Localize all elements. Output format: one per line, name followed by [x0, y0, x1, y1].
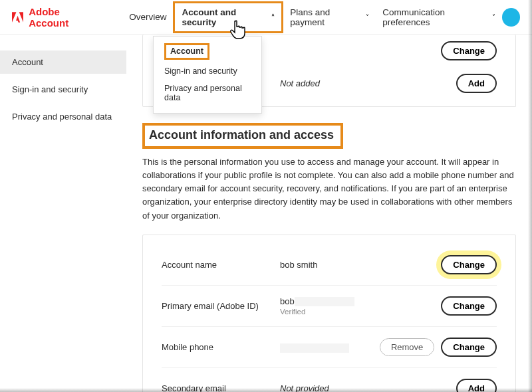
- remove-phone-button[interactable]: Remove: [380, 338, 434, 356]
- primary-email-label: Primary email (Adobe ID): [162, 301, 280, 311]
- dropdown-account[interactable]: Account: [154, 42, 261, 62]
- row-mobile-phone: Mobile phone Remove Change: [162, 326, 497, 367]
- brand-text: Adobe Account: [29, 6, 98, 29]
- change-button[interactable]: Change: [441, 41, 497, 60]
- section-title: Account information and access: [149, 128, 334, 142]
- change-name-button[interactable]: Change: [441, 255, 497, 274]
- sidebar-item-account[interactable]: Account: [0, 50, 126, 74]
- row-secondary-email: Secondary email Not provided Add: [162, 367, 497, 392]
- nav-plans[interactable]: Plans and payment ˅: [283, 3, 376, 31]
- add-secondary-email-button[interactable]: Add: [456, 379, 497, 392]
- redacted-email: [295, 297, 354, 306]
- nav-account-security[interactable]: Account and security ˄: [173, 1, 283, 33]
- nav-overview[interactable]: Overview: [122, 8, 173, 26]
- account-security-dropdown: Account Sign-in and security Privacy and…: [153, 36, 262, 114]
- account-name-label: Account name: [162, 260, 280, 270]
- sidebar-item-privacy[interactable]: Privacy and personal data: [0, 105, 126, 128]
- adobe-logo[interactable]: Adobe Account: [12, 6, 98, 29]
- c-field-value: Not added: [280, 78, 456, 88]
- adobe-logo-icon: [12, 12, 23, 23]
- email-status: Verified: [280, 308, 441, 316]
- change-email-button[interactable]: Change: [441, 296, 497, 316]
- sidebar: Account Sign-in and security Privacy and…: [0, 35, 126, 392]
- top-bar: Adobe Account Overview Account and secur…: [0, 0, 532, 35]
- mobile-phone-label: Mobile phone: [162, 342, 280, 352]
- redacted-phone: [280, 343, 349, 353]
- avatar[interactable]: [502, 8, 520, 27]
- row-primary-email: Primary email (Adobe ID) bob Verified Ch…: [162, 285, 497, 327]
- mobile-phone-value: [280, 342, 380, 353]
- sidebar-item-signin[interactable]: Sign-in and security: [0, 78, 126, 101]
- chevron-down-icon: ˅: [492, 13, 495, 21]
- row-account-name: Account name bob smith Change: [162, 245, 497, 285]
- chevron-up-icon: ˄: [271, 13, 275, 21]
- nav-communication[interactable]: Communication preferences ˅: [376, 3, 502, 31]
- add-button[interactable]: Add: [456, 74, 497, 93]
- section-header: Account information and access: [142, 123, 516, 155]
- chevron-down-icon: ˅: [366, 13, 369, 21]
- account-info-card: Account name bob smith Change Primary em…: [142, 235, 516, 392]
- secondary-email-label: Secondary email: [162, 383, 280, 392]
- dropdown-privacy[interactable]: Privacy and personal data: [154, 80, 261, 106]
- dropdown-signin[interactable]: Sign-in and security: [154, 62, 261, 80]
- change-phone-button[interactable]: Change: [441, 338, 497, 357]
- primary-email-value: bob Verified: [280, 296, 441, 316]
- section-description: This is the personal information you use…: [142, 155, 516, 223]
- secondary-email-value: Not provided: [280, 383, 456, 392]
- account-name-value: bob smith: [280, 260, 441, 270]
